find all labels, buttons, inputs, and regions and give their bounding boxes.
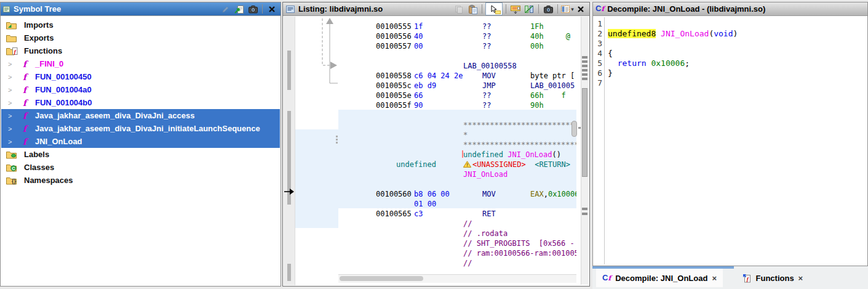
scrollbar-thumb[interactable]	[582, 88, 587, 177]
listing-row[interactable]: //	[338, 258, 576, 267]
tree-item-namespaces[interactable]: {}Namespaces	[1, 174, 280, 187]
listing-row[interactable]: JNI_OnLoad	[338, 169, 576, 179]
listing-row[interactable]: 0010055700??00h	[338, 41, 576, 51]
address-field: 0010055c	[376, 81, 412, 90]
listing-row[interactable]: 0010055e66??66h f	[338, 90, 576, 100]
listing-row[interactable]: *	[338, 129, 576, 139]
snapshot-camera-button[interactable]	[542, 3, 554, 15]
operands-field: LAB_001005	[530, 81, 575, 90]
listing-titlebar[interactable]: Listing: libdivajmni.so ▾	[283, 2, 589, 16]
listing-row[interactable]: 00100558c6 04 24 2eMOVbyte ptr [	[338, 70, 576, 80]
expand-chevron-icon[interactable]: >	[8, 86, 15, 94]
listing-horizontal-scrollbar[interactable]	[338, 274, 576, 283]
edit-fields-button[interactable]	[509, 3, 522, 15]
tree-item-fun_001004b0[interactable]: >fFUN_001004b0	[1, 96, 280, 109]
listing-row[interactable]: **************************	[338, 139, 576, 149]
tree-item-exports[interactable]: Exports	[1, 31, 280, 44]
tree-item-classes[interactable]: CClasses	[1, 161, 280, 174]
svg-text:C: C	[12, 165, 15, 171]
folder-functions-icon: f	[5, 47, 18, 55]
tree-item-label: JNI_OnLoad	[35, 137, 82, 146]
expand-chevron-icon[interactable]: >	[8, 60, 15, 68]
listing-row[interactable]: **************************	[338, 120, 576, 129]
plate-comment: *	[463, 130, 468, 139]
post-comment: //	[463, 219, 472, 228]
cursor-tool-button[interactable]	[485, 2, 503, 15]
operands-field: 66h f	[530, 91, 566, 100]
listing-row[interactable]: LAB_00100558	[338, 60, 576, 70]
close-button[interactable]	[266, 3, 278, 15]
bytes-field: c6 04 24 2e	[414, 71, 463, 80]
listing-panes-button[interactable]: ▾	[561, 3, 573, 15]
tree-item-jni_onload[interactable]: >fJNI_OnLoad	[1, 135, 280, 148]
tab-close-icon[interactable]: ×	[798, 274, 803, 283]
paste-button[interactable]	[466, 3, 479, 15]
symbol-tree-titlebar[interactable]: Symbol Tree	[1, 2, 281, 16]
tree-item-fun_00100450[interactable]: >fFUN_00100450	[1, 70, 280, 83]
decompile-code: 12undefined8 JNI_OnLoad(void)34{5 return…	[594, 19, 866, 88]
decompile-line[interactable]: 5 return 0x10006;	[594, 59, 866, 68]
tree-item-label: FUN_00100450	[35, 72, 92, 81]
snapshot-camera-button[interactable]	[247, 3, 259, 15]
decompile-line[interactable]: 7	[594, 78, 866, 88]
tree-item-labels[interactable]: Labels	[1, 148, 280, 161]
decompile-line[interactable]: 1	[594, 19, 866, 29]
decompile-line[interactable]: 3	[594, 39, 866, 49]
tree-item-java_jakhar_aseem_diva_divajni_access[interactable]: >fJava_jakhar_aseem_diva_DivaJni_access	[1, 109, 280, 122]
post-comment: //	[463, 258, 472, 267]
tree-item-functions[interactable]: fFunctions	[1, 44, 280, 57]
warning-icon: !	[463, 160, 472, 169]
listing-row[interactable]: // ram:00100566-ram:001005	[338, 248, 576, 258]
diff-view-button[interactable]	[523, 3, 535, 15]
address-field: 00100565	[376, 209, 412, 218]
listing-row[interactable]: 01 00	[338, 198, 576, 208]
listing-row[interactable]: undefined!<UNASSIGNED> <RETURN>	[338, 159, 576, 169]
decompile-titlebar[interactable]: Cf Decompile: JNI_OnLoad - (libdivajmni.…	[593, 2, 867, 16]
expand-chevron-icon[interactable]: >	[8, 73, 15, 81]
tree-item-label: Labels	[24, 150, 49, 159]
listing-icon	[285, 5, 295, 14]
listing-row[interactable]	[338, 110, 576, 120]
address-field: 00100560	[376, 189, 412, 198]
decompile-line[interactable]: 2undefined8 JNI_OnLoad(void)	[594, 29, 866, 39]
listing-row[interactable]	[338, 179, 576, 189]
tab-functions[interactable]: fFunctions×	[736, 269, 810, 287]
mnemonic-field: RET	[482, 209, 496, 218]
tree-item-fun_001004a0[interactable]: >fFUN_001004a0	[1, 83, 280, 96]
edit-pencil-button[interactable]	[220, 3, 232, 15]
expand-chevron-icon[interactable]: >	[8, 138, 15, 145]
edit-fields-icon	[510, 4, 521, 14]
listing-row[interactable]: undefined JNI_OnLoad()	[338, 149, 576, 159]
expand-chevron-icon[interactable]: >	[8, 125, 15, 132]
listing-row[interactable]: //	[338, 218, 576, 228]
expand-chevron-icon[interactable]: >	[8, 99, 15, 107]
listing-row[interactable]: 0010055f90??90h	[338, 100, 576, 110]
bytes-field: c3	[414, 209, 423, 218]
decompile-line[interactable]: 4{	[594, 49, 866, 59]
tab-close-icon[interactable]: ×	[712, 274, 717, 283]
tab-decompile-jni-onload[interactable]: CfDecompile: JNI_OnLoad×	[596, 269, 723, 287]
listing-row[interactable]: 0010055640??40h @	[338, 31, 576, 41]
decompile-line[interactable]: 6}	[594, 68, 866, 78]
listing-row[interactable]	[338, 51, 576, 60]
listing-row[interactable]: // .rodata	[338, 228, 576, 238]
overview-thumb[interactable]	[571, 121, 577, 137]
filter-page-button[interactable]	[233, 3, 245, 15]
listing-row[interactable]: 001005551f??1Fh	[338, 21, 576, 31]
copy-button[interactable]	[453, 3, 465, 15]
tree-item-imports[interactable]: Imports	[1, 18, 280, 31]
expand-chevron-icon[interactable]: >	[8, 112, 15, 120]
listing-row[interactable]: // SHT_PROGBITS [0x566 -	[338, 238, 576, 248]
function-f-icon: f	[20, 73, 30, 81]
listing-row[interactable]: 0010055ceb d9JMPLAB_001005	[338, 80, 576, 90]
tree-item-_fini_0[interactable]: >f_FINI_0	[1, 57, 280, 70]
close-button[interactable]	[575, 3, 587, 15]
listing-vertical-scrollbar[interactable]	[581, 17, 588, 285]
scrollbar-thumb[interactable]	[340, 276, 423, 281]
listing-row[interactable]: 00100560b8 06 00MOVEAX,0x10006	[338, 189, 576, 198]
address-field: 00100556	[376, 31, 412, 41]
bytes-field: eb d9	[414, 81, 436, 90]
listing-row[interactable]: 00100565c3RET	[338, 208, 576, 218]
function-f-icon: f	[20, 86, 30, 94]
tree-item-java_jakhar_aseem_diva_divajni_initiatelaunchsequence[interactable]: >fJava_jakhar_aseem_diva_DivaJni_initiat…	[1, 122, 280, 135]
